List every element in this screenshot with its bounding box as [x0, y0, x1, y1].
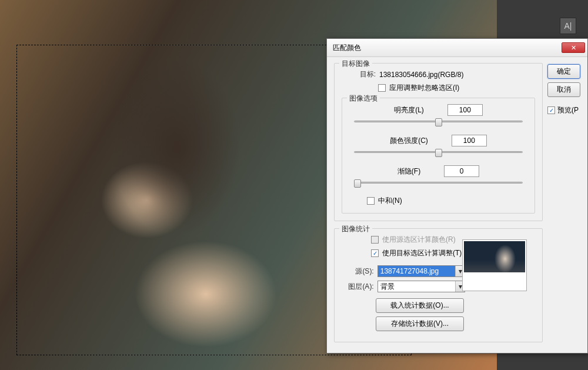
image-stats-legend: 图像统计 — [339, 224, 372, 234]
preview-label: 预览(P — [557, 105, 579, 115]
slider-thumb[interactable] — [435, 149, 442, 157]
use-source-checkbox — [371, 236, 379, 244]
use-target-checkbox[interactable] — [371, 249, 379, 257]
target-image-fieldset: 目标图像 目标: 138183054666.jpg(RGB/8) 应用调整时忽略… — [334, 63, 543, 221]
tool-button[interactable]: A| — [560, 18, 576, 34]
neutralize-label: 中和(N) — [378, 196, 402, 206]
use-source-label: 使用源选区计算颜色(R) — [382, 235, 456, 245]
intensity-input[interactable] — [452, 135, 487, 146]
source-label: 源(S): — [342, 266, 374, 276]
close-button[interactable]: ✕ — [562, 42, 585, 53]
source-thumbnail — [462, 239, 527, 291]
target-label: 目标: — [342, 69, 376, 79]
dialog-title: 匹配颜色 — [333, 43, 361, 53]
fade-input[interactable] — [444, 165, 479, 177]
luminance-slider[interactable] — [354, 118, 523, 126]
save-stats-button[interactable]: 存储统计数据(V)... — [376, 316, 464, 331]
image-options-legend: 图像选项 — [347, 94, 380, 104]
ignore-selection-label: 应用调整时忽略选区(I) — [389, 83, 459, 93]
luminance-label: 明亮度(L) — [394, 105, 424, 115]
close-icon: ✕ — [571, 44, 576, 52]
preview-checkbox[interactable] — [547, 106, 555, 114]
target-value: 138183054666.jpg(RGB/8) — [379, 71, 463, 79]
target-image-legend: 目标图像 — [339, 59, 372, 69]
use-target-label: 使用目标选区计算调整(T) — [382, 248, 462, 258]
cancel-button[interactable]: 取消 — [547, 82, 580, 97]
intensity-group: 颜色强度(C) — [349, 135, 527, 157]
neutralize-checkbox[interactable] — [367, 197, 375, 205]
dialog-titlebar[interactable]: 匹配颜色 ✕ — [327, 39, 587, 57]
slider-thumb[interactable] — [354, 179, 361, 188]
source-value: 138741727048.jpg — [380, 267, 439, 275]
ok-button[interactable]: 确定 — [547, 64, 580, 79]
load-stats-button[interactable]: 载入统计数据(O)... — [376, 298, 464, 313]
ignore-selection-checkbox[interactable] — [378, 84, 386, 92]
fade-slider[interactable] — [354, 179, 523, 188]
match-color-dialog: 匹配颜色 ✕ 目标图像 目标: 138183054666.jpg(RGB/8) … — [326, 38, 588, 354]
intensity-slider[interactable] — [354, 149, 523, 157]
layer-dropdown[interactable]: 背景 ▾ — [377, 281, 465, 292]
source-dropdown[interactable]: 138741727048.jpg ▾ — [377, 265, 465, 277]
layer-value: 背景 — [380, 282, 395, 292]
fade-group: 渐隐(F) — [349, 165, 527, 188]
layer-label: 图层(A): — [342, 282, 374, 292]
thumbnail-image — [464, 241, 525, 272]
luminance-group: 明亮度(L) — [349, 104, 527, 126]
slider-thumb[interactable] — [435, 118, 442, 126]
fade-label: 渐隐(F) — [397, 166, 420, 176]
image-stats-fieldset: 图像统计 使用源选区计算颜色(R) 使用目标选区计算调整(T) — [334, 228, 543, 342]
intensity-label: 颜色强度(C) — [390, 136, 428, 146]
luminance-input[interactable] — [447, 104, 483, 116]
image-options-fieldset: 图像选项 明亮度(L) — [342, 98, 535, 214]
